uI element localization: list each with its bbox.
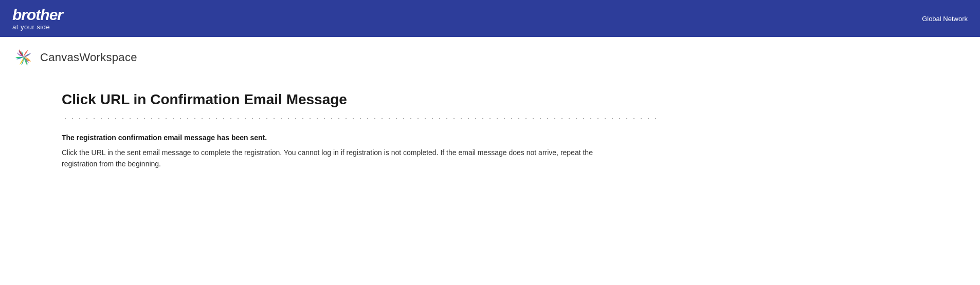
brother-logo: brother at your side bbox=[12, 7, 63, 30]
logo-bar: CanvasWorkspace bbox=[0, 37, 980, 76]
app-name: CanvasWorkspace bbox=[40, 51, 137, 64]
confirmation-bold-text: The registration confirmation email mess… bbox=[62, 134, 658, 142]
confirmation-body-text: Click the URL in the sent email message … bbox=[62, 147, 627, 170]
page-title: Click URL in Confirmation Email Message bbox=[62, 91, 658, 108]
dotted-divider bbox=[62, 117, 658, 120]
global-network-link[interactable]: Global Network bbox=[922, 15, 968, 23]
tagline: at your side bbox=[12, 24, 63, 30]
brother-wordmark: brother bbox=[12, 7, 63, 23]
canvas-workspace-icon bbox=[12, 46, 35, 69]
main-content: Click URL in Confirmation Email Message … bbox=[0, 76, 720, 191]
site-header: brother at your side Global Network bbox=[0, 0, 980, 37]
